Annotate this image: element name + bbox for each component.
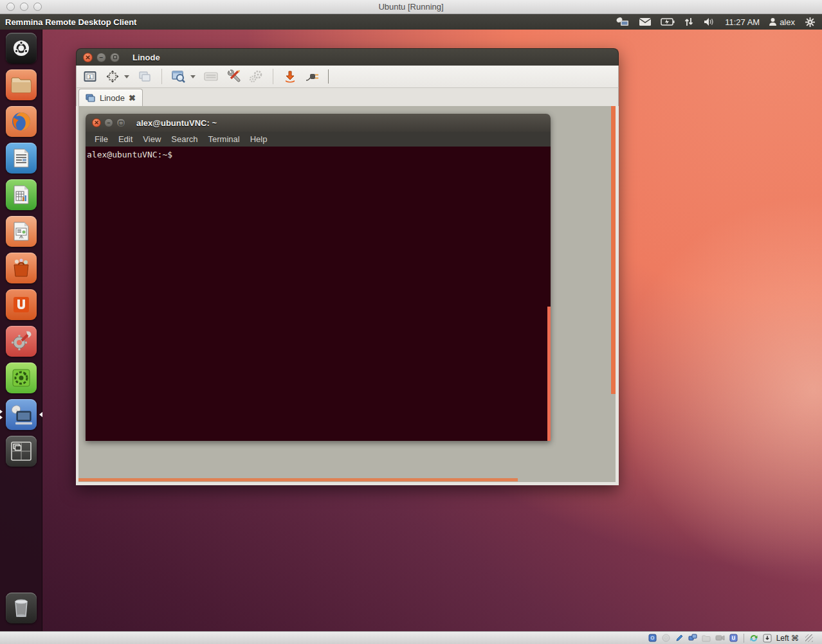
download-arrow-icon bbox=[284, 70, 297, 83]
launcher-item-files[interactable] bbox=[6, 69, 37, 100]
copy-button[interactable] bbox=[136, 68, 153, 85]
vbox-videocapture-icon[interactable] bbox=[715, 633, 725, 643]
user-icon bbox=[769, 17, 777, 26]
terminal-minimize-button[interactable]: − bbox=[104, 118, 113, 127]
writer-document-icon bbox=[13, 148, 30, 168]
vbox-statusbar: Left ⌘ bbox=[0, 631, 822, 644]
terminal-menubar: File Edit View Search Terminal Help bbox=[86, 132, 551, 147]
launcher-item-software-center[interactable] bbox=[6, 253, 37, 283]
menu-help[interactable]: Help bbox=[245, 134, 273, 144]
launcher-item-update-manager[interactable] bbox=[6, 362, 37, 393]
keyboard-button[interactable] bbox=[203, 68, 219, 85]
remote-wallpaper-strip-bottom bbox=[78, 478, 518, 481]
mail-indicator-icon[interactable] bbox=[639, 16, 652, 28]
terminal-close-button[interactable]: ✕ bbox=[92, 118, 101, 127]
workspace-grid-icon bbox=[10, 441, 32, 461]
remmina-tabbar: Linode ✖ bbox=[76, 88, 619, 106]
tab-close-icon[interactable]: ✖ bbox=[129, 93, 136, 103]
remmina-icon bbox=[10, 404, 33, 425]
terminal-prompt: alex@ubuntuVNC:~$ bbox=[87, 150, 172, 159]
vbox-hostkey-state-icon[interactable] bbox=[763, 633, 772, 643]
menu-view[interactable]: View bbox=[138, 134, 166, 144]
fullscreen-icon: 1 bbox=[84, 71, 96, 82]
import-button[interactable] bbox=[282, 68, 298, 85]
remote-desktop-viewport[interactable]: ✕ − ▢ alex@ubuntuVNC: ~ File Edit View S… bbox=[76, 106, 619, 485]
launcher-item-libreoffice-writer[interactable] bbox=[6, 143, 37, 174]
update-manager-icon bbox=[11, 368, 32, 388]
vbox-optical-icon[interactable] bbox=[661, 633, 671, 643]
remote-terminal-window[interactable]: ✕ − ▢ alex@ubuntuVNC: ~ File Edit View S… bbox=[86, 114, 551, 441]
folder-icon bbox=[10, 76, 32, 94]
tab-label: Linode bbox=[100, 93, 125, 103]
tools-button[interactable] bbox=[225, 68, 242, 85]
vbox-sharedfolders-icon[interactable] bbox=[702, 633, 711, 643]
vbox-hostkey-label: Left ⌘ bbox=[776, 634, 799, 643]
clock[interactable]: 11:27 AM bbox=[725, 17, 760, 27]
tab-connection-icon bbox=[86, 94, 96, 102]
vbox-network-icon[interactable] bbox=[688, 633, 698, 643]
launcher-item-firefox[interactable] bbox=[6, 106, 37, 137]
preferences-button[interactable] bbox=[248, 68, 264, 85]
launcher-item-dash-home[interactable] bbox=[6, 33, 37, 64]
launcher-item-workspace-switcher[interactable] bbox=[6, 436, 37, 467]
screenshot-dropdown[interactable] bbox=[190, 75, 196, 78]
terminal-maximize-button[interactable]: ▢ bbox=[116, 118, 125, 127]
launcher-item-libreoffice-calc[interactable] bbox=[6, 179, 37, 210]
statusbar-separator bbox=[744, 634, 744, 643]
gears-icon bbox=[248, 69, 264, 84]
terminal-titlebar[interactable]: ✕ − ▢ alex@ubuntuVNC: ~ bbox=[86, 114, 551, 132]
remmina-running-indicator bbox=[0, 410, 3, 420]
window-minimize-button[interactable]: − bbox=[96, 53, 106, 62]
remmina-toolbar: 1 bbox=[76, 66, 619, 88]
window-close-button[interactable]: ✕ bbox=[83, 53, 93, 62]
calc-document-icon bbox=[13, 184, 30, 205]
plug-icon bbox=[305, 71, 320, 82]
resize-grip[interactable] bbox=[805, 634, 813, 642]
volume-indicator-icon[interactable] bbox=[703, 16, 716, 28]
terminal-edge-artifact bbox=[547, 307, 551, 441]
remote-desktop-indicator-icon[interactable] bbox=[616, 16, 630, 28]
screenshot-button[interactable] bbox=[170, 68, 187, 85]
impress-document-icon bbox=[13, 221, 30, 242]
vbox-pen-icon[interactable] bbox=[675, 633, 684, 643]
scale-mode-button[interactable] bbox=[104, 68, 121, 85]
ubuntu-dash-icon bbox=[12, 39, 31, 58]
launcher-item-libreoffice-impress[interactable] bbox=[6, 216, 37, 247]
host-window-titlebar: Ubuntu [Running] bbox=[0, 0, 822, 14]
launcher-item-ubuntu-one[interactable] bbox=[6, 289, 37, 320]
menu-file[interactable]: File bbox=[89, 134, 113, 144]
window-maximize-button[interactable] bbox=[110, 53, 120, 62]
unity-launcher bbox=[0, 30, 42, 631]
remmina-focused-indicator bbox=[39, 412, 42, 417]
remmina-window-title: Linode bbox=[132, 53, 160, 62]
menu-terminal[interactable]: Terminal bbox=[203, 134, 245, 144]
screenshot-magnifier-icon bbox=[172, 70, 186, 83]
firefox-icon bbox=[10, 110, 33, 133]
keyboard-icon bbox=[204, 71, 218, 82]
panel-app-title: Remmina Remote Desktop Client bbox=[5, 17, 136, 27]
remote-wallpaper-strip-right bbox=[611, 106, 616, 394]
vbox-harddisk-icon[interactable] bbox=[648, 633, 657, 643]
vbox-features-icon[interactable] bbox=[729, 633, 738, 643]
tools-icon bbox=[226, 69, 241, 84]
remmina-titlebar[interactable]: ✕ − Linode bbox=[76, 48, 619, 66]
toolbar-separator bbox=[328, 69, 329, 84]
vbox-mouse-integration-icon[interactable] bbox=[749, 633, 759, 643]
launcher-item-trash[interactable] bbox=[6, 593, 37, 623]
menu-edit[interactable]: Edit bbox=[113, 134, 138, 144]
menu-search[interactable]: Search bbox=[166, 134, 203, 144]
user-menu[interactable]: alex bbox=[769, 17, 795, 27]
terminal-body[interactable]: alex@ubuntuVNC:~$ bbox=[86, 147, 551, 441]
fullscreen-button[interactable]: 1 bbox=[82, 68, 98, 85]
launcher-item-system-settings[interactable] bbox=[6, 326, 37, 357]
disconnect-button[interactable] bbox=[304, 68, 321, 85]
connection-tab-linode[interactable]: Linode ✖ bbox=[78, 89, 143, 106]
network-arrows-indicator-icon[interactable] bbox=[684, 16, 694, 28]
scale-mode-icon bbox=[106, 70, 119, 83]
svg-text:1: 1 bbox=[89, 75, 91, 79]
battery-indicator-icon[interactable] bbox=[661, 16, 675, 28]
scale-mode-dropdown[interactable] bbox=[124, 75, 129, 78]
launcher-item-remmina[interactable] bbox=[6, 399, 37, 430]
session-gear-icon[interactable] bbox=[804, 16, 816, 28]
software-center-bag-icon bbox=[10, 257, 32, 279]
